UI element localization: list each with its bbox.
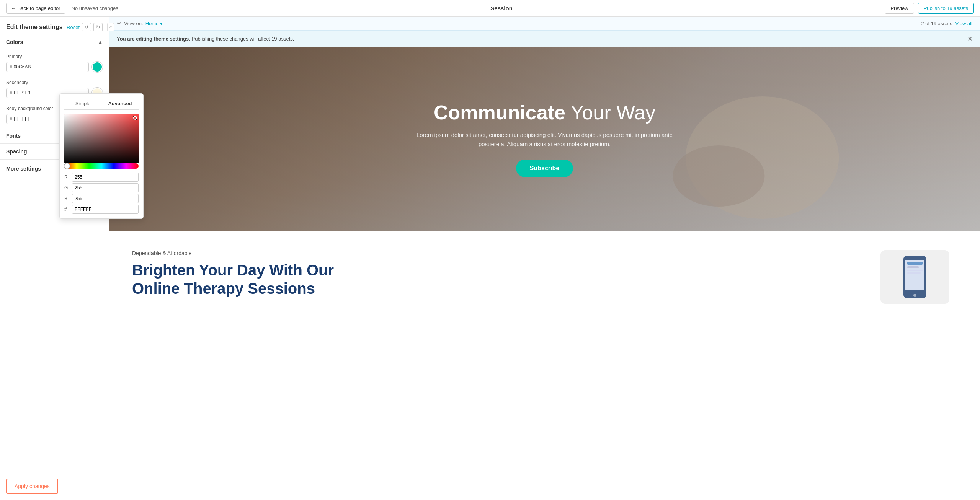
apply-changes-button[interactable]: Apply changes xyxy=(6,479,58,494)
r-label: R xyxy=(64,174,69,180)
view-on-arrow-icon: ▾ xyxy=(160,21,163,26)
colors-chevron-icon: ▲ xyxy=(98,39,103,45)
colors-section-header[interactable]: Colors ▲ xyxy=(6,34,103,50)
body-bg-hex-input[interactable] xyxy=(14,116,41,122)
hero-content: Communicate Your Way Lorem ipsum dolor s… xyxy=(411,101,679,177)
b-label: B xyxy=(64,196,69,201)
second-title-line1: Brighten Your Day With Our xyxy=(132,262,334,279)
second-section: Dependable & Affordable Brighten Your Da… xyxy=(109,231,980,323)
sidebar: « Edit theme settings Reset ↺ ↻ Colors ▲… xyxy=(0,17,109,500)
second-title: Brighten Your Day With Our Online Therap… xyxy=(132,261,362,298)
primary-label: Primary xyxy=(6,54,103,59)
body-bg-hash: # xyxy=(10,116,12,122)
top-bar-left: ← Back to page editor No unsaved changes xyxy=(6,3,118,14)
page-title: Session xyxy=(490,5,513,11)
hue-slider-wrapper xyxy=(64,163,139,169)
svg-rect-8 xyxy=(907,270,923,271)
second-title-line2: Online Therapy Sessions xyxy=(132,280,315,297)
g-input-row: G xyxy=(64,183,139,192)
close-banner-button[interactable]: ✕ xyxy=(967,35,972,42)
redo-button[interactable]: ↻ xyxy=(93,23,103,31)
spacing-label: Spacing xyxy=(6,148,27,155)
phone-mockup-svg xyxy=(896,254,934,300)
picker-tabs: Simple Advanced xyxy=(64,98,139,110)
view-on-left: 👁 View on: Home ▾ xyxy=(117,21,163,26)
unsaved-status: No unsaved changes xyxy=(72,5,118,11)
view-on-right: 2 of 19 assets View all xyxy=(921,21,972,26)
hero-subtitle: Lorem ipsum dolor sit amet, consectetur … xyxy=(411,130,679,149)
colors-section-label: Colors xyxy=(6,39,23,45)
top-bar: ← Back to page editor No unsaved changes… xyxy=(0,0,980,17)
secondary-hex-input[interactable] xyxy=(14,90,41,96)
r-input-row: R xyxy=(64,173,139,182)
r-input[interactable] xyxy=(72,173,139,182)
hex-input-row: # xyxy=(64,205,139,214)
sidebar-actions: Reset ↺ ↻ xyxy=(67,23,103,31)
tab-simple[interactable]: Simple xyxy=(64,98,101,109)
hero-title-bold: Communicate xyxy=(434,101,565,124)
editing-banner-text: You are editing theme settings. Publishi… xyxy=(117,36,294,42)
second-section-right xyxy=(880,250,957,304)
view-on-label: View on: xyxy=(124,21,143,26)
hero-title: Communicate Your Way xyxy=(411,101,679,124)
preview-button[interactable]: Preview xyxy=(885,3,914,14)
second-tagline: Dependable & Affordable xyxy=(132,250,362,256)
svg-rect-7 xyxy=(907,266,919,268)
secondary-hash: # xyxy=(10,90,12,96)
secondary-label: Secondary xyxy=(6,80,103,85)
b-input-row: B xyxy=(64,194,139,203)
color-gradient-canvas[interactable] xyxy=(64,114,139,163)
primary-hex-input-wrapper: # xyxy=(6,62,89,72)
eye-icon: 👁 xyxy=(117,21,122,26)
more-settings-label: More settings xyxy=(6,166,41,172)
main-layout: « Edit theme settings Reset ↺ ↻ Colors ▲… xyxy=(0,17,980,500)
g-label: G xyxy=(64,185,69,191)
primary-input-row: # xyxy=(6,62,103,72)
collapse-sidebar-button[interactable]: « xyxy=(107,23,114,31)
phone-mockup xyxy=(880,250,949,304)
svg-point-5 xyxy=(913,294,916,297)
hue-slider[interactable] xyxy=(64,163,139,169)
hero-section: Communicate Your Way Lorem ipsum dolor s… xyxy=(109,47,980,231)
asset-count: 2 of 19 assets xyxy=(921,21,952,26)
top-bar-right: Preview Publish to 19 assets xyxy=(885,3,974,14)
apply-btn-wrapper: Apply changes xyxy=(0,472,109,500)
tab-advanced[interactable]: Advanced xyxy=(101,98,139,109)
sidebar-title: Edit theme settings xyxy=(6,24,63,31)
hex-hash-label: # xyxy=(64,207,69,212)
back-to-editor-button[interactable]: ← Back to page editor xyxy=(6,3,65,14)
picker-cursor xyxy=(133,116,137,120)
sidebar-header: Edit theme settings Reset ↺ ↻ xyxy=(0,17,109,34)
editing-banner-bold: You are editing theme settings. xyxy=(117,36,190,42)
canvas-black-layer xyxy=(64,114,139,163)
second-section-left: Dependable & Affordable Brighten Your Da… xyxy=(132,250,362,298)
hero-title-light: Your Way xyxy=(565,101,655,124)
svg-rect-6 xyxy=(907,262,923,265)
subscribe-button[interactable]: Subscribe xyxy=(516,160,573,177)
svg-rect-9 xyxy=(907,272,921,274)
color-picker-popup: Simple Advanced R G xyxy=(59,93,144,219)
reset-button[interactable]: Reset xyxy=(67,24,80,30)
primary-hex-input[interactable] xyxy=(14,64,41,70)
view-all-link[interactable]: View all xyxy=(955,21,972,26)
hue-thumb xyxy=(64,163,70,169)
primary-color-swatch[interactable] xyxy=(92,62,103,72)
b-input[interactable] xyxy=(72,194,139,203)
fonts-label: Fonts xyxy=(6,133,21,139)
editing-banner: You are editing theme settings. Publishi… xyxy=(109,31,980,47)
view-on-link[interactable]: Home ▾ xyxy=(145,21,163,26)
editing-banner-detail: Publishing these changes will affect 19 … xyxy=(192,36,294,42)
publish-button[interactable]: Publish to 19 assets xyxy=(918,3,974,14)
primary-hash: # xyxy=(10,64,12,70)
view-on-page: Home xyxy=(145,21,159,26)
primary-color-row: Primary # xyxy=(6,50,103,76)
undo-button[interactable]: ↺ xyxy=(82,23,91,31)
preview-area: 👁 View on: Home ▾ 2 of 19 assets View al… xyxy=(109,17,980,500)
hex-input[interactable] xyxy=(72,205,139,214)
view-on-bar: 👁 View on: Home ▾ 2 of 19 assets View al… xyxy=(109,17,980,31)
svg-point-2 xyxy=(673,145,765,207)
g-input[interactable] xyxy=(72,183,139,192)
